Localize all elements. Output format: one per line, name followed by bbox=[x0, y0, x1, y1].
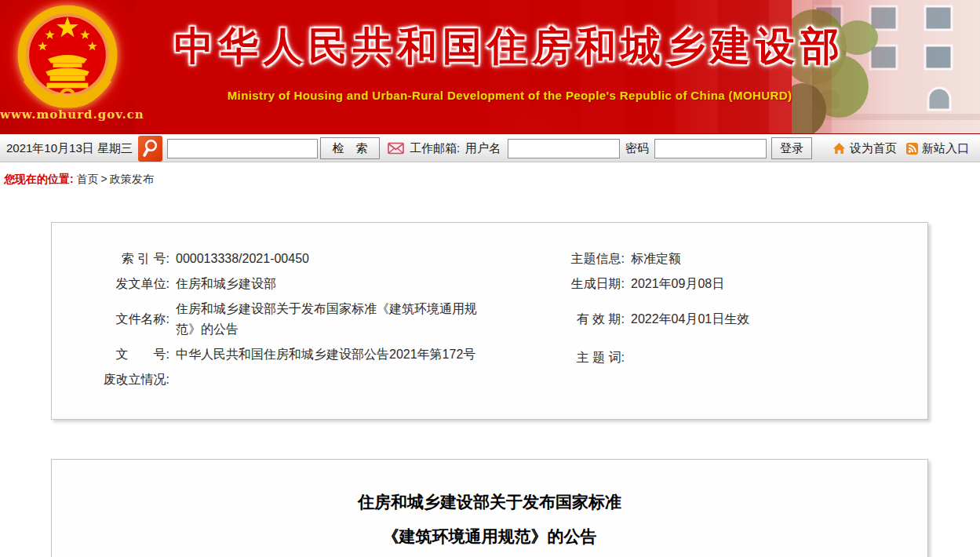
field-label: 废改立情况: bbox=[52, 372, 169, 388]
emblem-panel: www.mohurd.gov.cn bbox=[0, 0, 135, 134]
announcement-title-line1: 住房和城乡建设部关于发布国家标准 bbox=[52, 485, 927, 519]
mail-icon bbox=[388, 142, 404, 155]
current-date: 2021年10月13日 星期三 bbox=[6, 141, 133, 156]
username-label: 用户名 bbox=[465, 141, 501, 156]
doc-info-row-document-number: 文 号: 中华人民共和国住房和城乡建设部公告2021年第172号 bbox=[52, 342, 546, 367]
field-label: 索 引 号: bbox=[52, 251, 169, 268]
site-subtitle-en: Ministry of Housing and Urban-Rural Deve… bbox=[141, 89, 878, 102]
breadcrumb-separator: > bbox=[101, 173, 107, 185]
field-value: 住房和城乡建设部 bbox=[176, 276, 276, 293]
doc-info-row-issuing-unit: 发文单位: 住房和城乡建设部 bbox=[52, 271, 546, 297]
set-homepage-label: 设为首页 bbox=[850, 141, 897, 156]
doc-info-row-repeal-status: 废改立情况: bbox=[52, 367, 546, 392]
doc-info-row-topic-info: 主题信息: 标准定额 bbox=[554, 246, 923, 271]
work-mail-label: 工作邮箱: bbox=[410, 141, 460, 156]
rss-icon bbox=[906, 143, 918, 155]
doc-info-row-generation-date: 生成日期: 2021年09月08日 bbox=[554, 271, 923, 297]
field-value: 住房和城乡建设部关于发布国家标准《建筑环境通用规范》的公告 bbox=[176, 299, 488, 340]
field-value: 中华人民共和国住房和城乡建设部公告2021年第172号 bbox=[176, 347, 475, 363]
field-label: 主题信息: bbox=[554, 251, 625, 268]
field-value: 2022年04月01日生效 bbox=[631, 311, 749, 328]
breadcrumb: 您现在的位置: 首页>政策发布 bbox=[4, 173, 154, 187]
field-label: 生成日期: bbox=[554, 276, 625, 293]
breadcrumb-home-link[interactable]: 首页 bbox=[77, 173, 99, 185]
site-url: www.mohurd.gov.cn bbox=[0, 107, 135, 122]
top-toolbar: 2021年10月13日 星期三 检 索 工作邮箱: 用户名 密码 登录 设为首页 bbox=[0, 135, 980, 162]
field-label: 主 题 词: bbox=[554, 350, 625, 366]
doc-info-right-column: 主题信息: 标准定额 生成日期: 2021年09月08日 有 效 期: 2022… bbox=[554, 246, 923, 373]
national-emblem-icon bbox=[16, 3, 119, 113]
doc-info-row-keywords: 主 题 词: bbox=[554, 342, 923, 373]
doc-info-row-effective-date: 有 效 期: 2022年04月01日生效 bbox=[554, 297, 923, 342]
doc-info-left-column: 索 引 号: 000013338/2021-00450 发文单位: 住房和城乡建… bbox=[52, 246, 546, 392]
field-label: 文 号: bbox=[52, 347, 169, 363]
announcement-title-line2: 《建筑环境通用规范》的公告 bbox=[52, 519, 927, 554]
home-icon bbox=[832, 142, 846, 155]
breadcrumb-section-link[interactable]: 政策发布 bbox=[110, 173, 154, 185]
login-button[interactable]: 登录 bbox=[771, 137, 812, 159]
set-homepage-link[interactable]: 设为首页 bbox=[832, 141, 897, 156]
new-site-link[interactable]: 新站入口 bbox=[906, 141, 969, 156]
username-field[interactable] bbox=[508, 139, 620, 158]
site-header: www.mohurd.gov.cn 中华人民共和国住房和城乡建设部 Minist… bbox=[0, 0, 980, 134]
password-field[interactable] bbox=[654, 139, 767, 158]
field-label: 有 效 期: bbox=[554, 311, 625, 328]
doc-info-row-document-name: 文件名称: 住房和城乡建设部关于发布国家标准《建筑环境通用规范》的公告 bbox=[52, 297, 546, 342]
password-label: 密码 bbox=[625, 141, 649, 156]
field-value: 000013338/2021-00450 bbox=[176, 252, 309, 266]
new-site-label: 新站入口 bbox=[922, 141, 969, 156]
search-button[interactable]: 检 索 bbox=[320, 137, 380, 159]
search-icon bbox=[138, 136, 162, 162]
announcement-box: 住房和城乡建设部关于发布国家标准 《建筑环境通用规范》的公告 bbox=[51, 459, 928, 557]
field-value: 2021年09月08日 bbox=[631, 276, 724, 293]
field-label: 文件名称: bbox=[52, 311, 169, 328]
breadcrumb-prefix: 您现在的位置: bbox=[4, 173, 74, 185]
field-value: 标准定额 bbox=[631, 251, 681, 268]
search-input[interactable] bbox=[167, 139, 318, 158]
field-label: 发文单位: bbox=[52, 276, 169, 293]
doc-info-row-index-number: 索 引 号: 000013338/2021-00450 bbox=[52, 246, 546, 271]
site-title: 中华人民共和国住房和城乡建设部 bbox=[141, 20, 878, 73]
document-info-box: 索 引 号: 000013338/2021-00450 发文单位: 住房和城乡建… bbox=[51, 222, 928, 420]
